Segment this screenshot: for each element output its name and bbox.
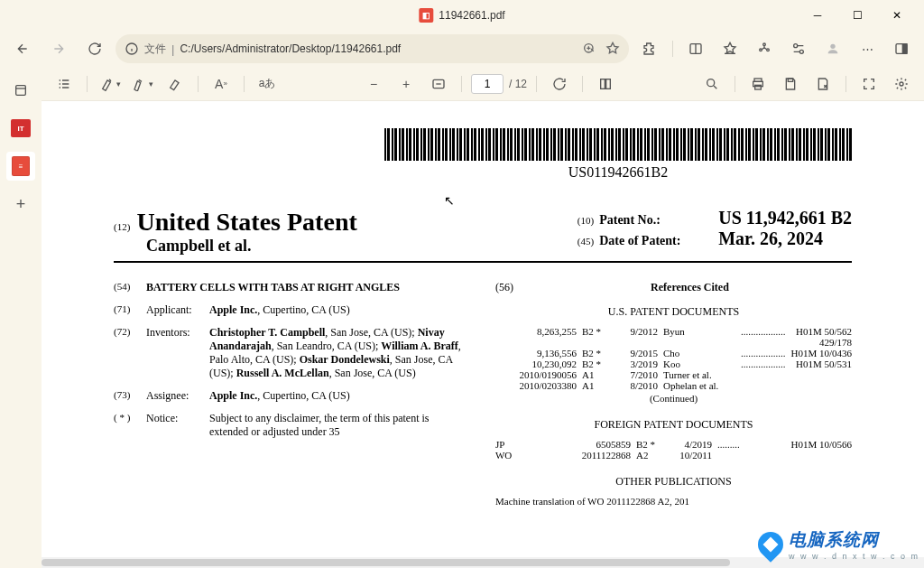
vertical-tabs-sidebar: IT ≡ +	[0, 67, 42, 568]
pdf-page: US011942661B2 (12) United States Patent …	[42, 101, 924, 507]
scrollbar-thumb[interactable]	[42, 559, 730, 566]
barcode	[384, 128, 852, 161]
svg-point-6	[794, 44, 798, 48]
text-style-icon[interactable]: A»	[208, 70, 235, 98]
sidebar-item-pdf[interactable]: ≡	[6, 152, 35, 181]
rotate-icon[interactable]	[546, 70, 573, 98]
profile-icon[interactable]	[818, 33, 848, 64]
erase-icon[interactable]	[162, 70, 189, 98]
watermark: 电脑系统网 w w w . d n x t w . c o m	[758, 528, 919, 561]
svg-rect-14	[606, 79, 611, 88]
svg-rect-19	[788, 79, 792, 81]
patent-number: US 11,942,661 B2	[718, 208, 852, 228]
us-patent-refs: 8,263,255B2 *9/2012Byun.................…	[495, 326, 852, 391]
forward-button[interactable]	[43, 33, 74, 64]
fullscreen-icon[interactable]	[855, 70, 882, 98]
browser-navbar: 文件 | C:/Users/Administrator/Desktop/1194…	[0, 31, 924, 67]
close-button[interactable]: ✕	[877, 2, 917, 29]
draw-dropdown[interactable]: ▾	[129, 70, 156, 98]
pdf-viewport[interactable]: US011942661B2 (12) United States Patent …	[42, 101, 924, 568]
info-icon	[125, 42, 139, 56]
collections-icon[interactable]	[749, 33, 780, 64]
file-scheme-label: 文件	[144, 42, 166, 57]
address-bar[interactable]: 文件 | C:/Users/Administrator/Desktop/1194…	[116, 34, 629, 63]
fit-page-icon[interactable]	[425, 70, 452, 98]
pdf-icon: ≡	[12, 156, 30, 176]
contents-icon[interactable]	[51, 70, 78, 98]
favorites-icon[interactable]	[715, 33, 745, 64]
pdf-file-icon: ◧	[419, 8, 433, 23]
performance-icon[interactable]	[783, 33, 814, 64]
search-icon[interactable]	[698, 70, 725, 98]
url-text: C:/Users/Administrator/Desktop/11942661.…	[180, 42, 577, 55]
watermark-icon	[753, 526, 789, 563]
svg-point-3	[763, 43, 766, 46]
plus-icon: +	[16, 195, 26, 214]
window-title: 11942661.pdf	[439, 9, 504, 22]
svg-point-20	[900, 82, 903, 86]
minimize-button[interactable]: ─	[798, 2, 837, 29]
maximize-button[interactable]: ☐	[837, 2, 877, 29]
svg-point-4	[760, 49, 762, 51]
foreign-patent-refs: JP6505859B2 *4/2019.........H01M 10/0566…	[495, 439, 852, 461]
svg-rect-11	[16, 86, 26, 96]
page-view-icon[interactable]	[592, 70, 619, 98]
patent-date: Mar. 26, 2024	[718, 228, 823, 249]
svg-rect-13	[601, 79, 605, 88]
translate-icon[interactable]: aあ	[254, 70, 281, 98]
sidebar-item-new-tab[interactable]: +	[6, 190, 35, 219]
extensions-icon[interactable]	[634, 33, 665, 64]
split-screen-icon[interactable]	[680, 33, 711, 64]
patent-author: Campbell et al.	[146, 237, 357, 256]
reload-button[interactable]	[79, 33, 110, 64]
sidebar-item-tabs[interactable]	[6, 76, 35, 105]
window-titlebar: ◧ 11942661.pdf ─ ☐ ✕	[0, 0, 924, 31]
save-icon[interactable]	[777, 70, 804, 98]
favorite-icon[interactable]	[605, 42, 620, 56]
svg-point-8	[830, 44, 835, 49]
pdf-toolbar: ▾ ▾ A» aあ − + / 12	[42, 67, 924, 101]
back-button[interactable]	[7, 33, 38, 64]
svg-point-7	[799, 50, 803, 53]
highlight-dropdown[interactable]: ▾	[97, 70, 124, 98]
svg-rect-10	[902, 44, 907, 54]
svg-point-15	[707, 79, 715, 86]
page-total: / 12	[509, 78, 527, 90]
print-icon[interactable]	[744, 70, 772, 98]
gear-icon[interactable]	[888, 70, 915, 98]
page-number-input[interactable]	[471, 74, 504, 94]
zoom-in-button[interactable]: +	[393, 70, 420, 98]
more-icon[interactable]: ⋯	[852, 33, 882, 64]
patent-main-title: United States Patent	[137, 208, 357, 236]
barcode-text: US011942661B2	[384, 164, 852, 181]
sidebar-toggle-icon[interactable]	[886, 33, 917, 64]
zoom-out-button[interactable]: −	[360, 70, 387, 98]
zoom-icon[interactable]	[582, 42, 596, 56]
sidebar-item-it[interactable]: IT	[6, 114, 35, 143]
svg-point-5	[767, 49, 770, 51]
save-as-icon[interactable]	[809, 70, 836, 98]
